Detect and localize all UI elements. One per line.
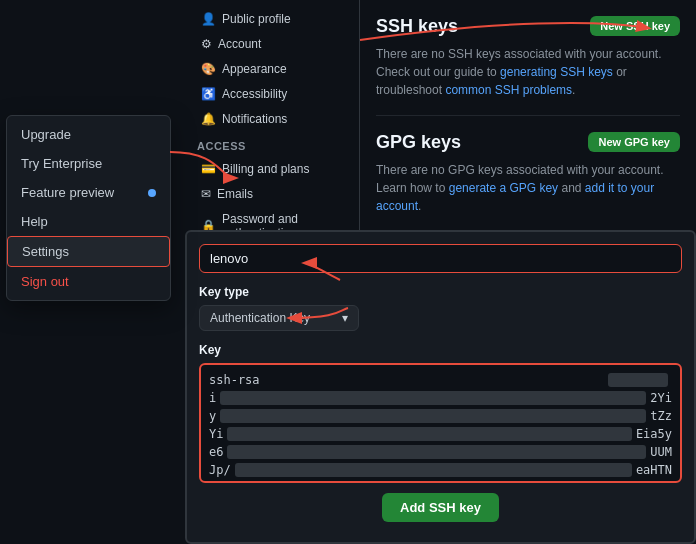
ssh-section: SSH keys New SSH key There are no SSH ke… xyxy=(376,16,680,99)
gpg-desc: There are no GPG keys associated with yo… xyxy=(376,161,680,215)
nav-section-access: Access xyxy=(185,132,359,156)
new-gpg-key-button[interactable]: New GPG key xyxy=(588,132,680,152)
ssh-desc: There are no SSH keys associated with yo… xyxy=(376,45,680,99)
nav-public-profile[interactable]: 👤 Public profile xyxy=(189,7,355,31)
user-dropdown-menu: Upgrade Try Enterprise Feature preview H… xyxy=(6,115,171,301)
appearance-icon: 🎨 xyxy=(201,62,216,76)
account-icon: ⚙ xyxy=(201,37,212,51)
add-ssh-button[interactable]: Add SSH key xyxy=(382,493,499,522)
nav-notifications[interactable]: 🔔 Notifications xyxy=(189,107,355,131)
key-blurred-5 xyxy=(227,445,646,459)
dropdown-upgrade[interactable]: Upgrade xyxy=(7,120,170,149)
feature-preview-badge xyxy=(148,189,156,197)
key-blurred-6 xyxy=(235,463,632,477)
generating-ssh-link[interactable]: generating SSH keys xyxy=(500,65,613,79)
new-ssh-key-button[interactable]: New SSH key xyxy=(590,16,680,36)
person-icon: 👤 xyxy=(201,12,216,26)
dropdown-help[interactable]: Help xyxy=(7,207,170,236)
divider-1 xyxy=(376,115,680,116)
key-row-3: y tZz xyxy=(209,409,672,423)
dropdown-try-enterprise[interactable]: Try Enterprise xyxy=(7,149,170,178)
bell-icon: 🔔 xyxy=(201,112,216,126)
gpg-section: GPG keys New GPG key There are no GPG ke… xyxy=(376,132,680,215)
key-row-2: i 2Yi xyxy=(209,391,672,405)
key-blurred-2 xyxy=(220,391,646,405)
add-ssh-modal: Key type Authentication Key ▾ Key ssh-rs… xyxy=(185,230,696,544)
key-type-label: Key type xyxy=(199,285,682,299)
nav-appearance[interactable]: 🎨 Appearance xyxy=(189,57,355,81)
dropdown-feature-preview[interactable]: Feature preview xyxy=(7,178,170,207)
key-blurred-4 xyxy=(227,427,631,441)
key-label: Key xyxy=(199,343,682,357)
key-row-6: Jp/ eaHTN xyxy=(209,463,672,477)
dropdown-settings[interactable]: Settings xyxy=(7,236,170,267)
nav-account[interactable]: ⚙ Account xyxy=(189,32,355,56)
email-icon: ✉ xyxy=(201,187,211,201)
key-type-select[interactable]: Authentication Key ▾ xyxy=(199,305,359,331)
nav-accessibility[interactable]: ♿ Accessibility xyxy=(189,82,355,106)
key-blurred-1 xyxy=(608,373,668,387)
key-row-4: Yi Eia5y xyxy=(209,427,672,441)
nav-emails[interactable]: ✉ Emails xyxy=(189,182,355,206)
nav-billing[interactable]: 💳 Billing and plans xyxy=(189,157,355,181)
accessibility-icon: ♿ xyxy=(201,87,216,101)
key-row-5: e6 UUM xyxy=(209,445,672,459)
chevron-down-icon: ▾ xyxy=(342,311,348,325)
dropdown-signout[interactable]: Sign out xyxy=(7,267,170,296)
billing-icon: 💳 xyxy=(201,162,216,176)
key-row-1: ssh-rsa xyxy=(209,373,672,387)
common-ssh-problems-link[interactable]: common SSH problems xyxy=(445,83,572,97)
key-blurred-3 xyxy=(220,409,646,423)
ssh-title-input[interactable] xyxy=(199,244,682,273)
key-textarea[interactable]: ssh-rsa i 2Yi y tZz Yi Eia5y e6 UUM Jp/ … xyxy=(199,363,682,483)
generate-gpg-link[interactable]: generate a GPG key xyxy=(449,181,558,195)
